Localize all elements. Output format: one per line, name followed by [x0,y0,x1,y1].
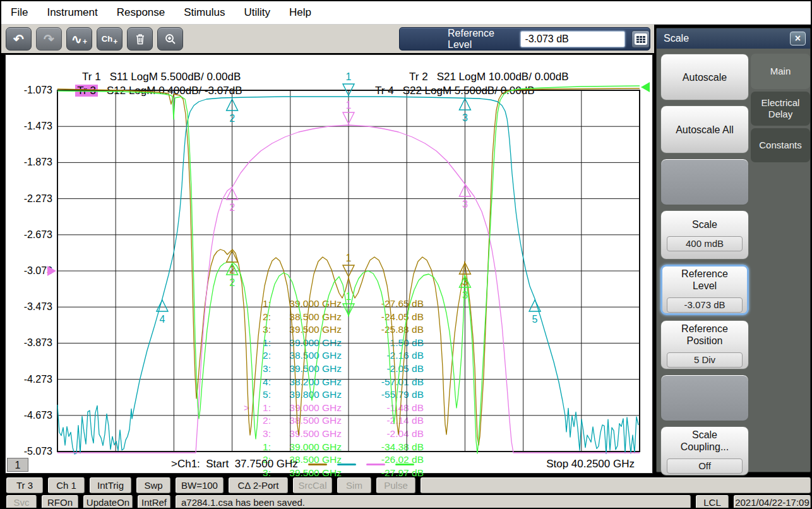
statusbar-button-updateon[interactable]: UpdateOn [83,495,133,509]
marker-3-number-tr4: 3 [462,290,468,301]
marker-4-number-tr2: 4 [160,314,165,325]
statusbar-button-c-2-port[interactable]: CΔ 2-Port [229,477,288,493]
vna-application-window: FileInstrumentResponseStimulusUtilityHel… [0,0,812,509]
marker-2-number-tr4: 2 [229,277,235,288]
statusbar-button-pulse[interactable]: Pulse [376,477,415,493]
menu-item-file[interactable]: File [1,6,37,19]
tab-electrical-delay[interactable]: Electrical Delay [751,92,810,126]
marker-1-number-tr1: 1 [346,253,352,263]
channel-number-badge: 1 [7,458,28,472]
start-frequency-text: >Ch1: Start 37.7500 GHz [171,458,298,470]
trace3-color-key [366,464,385,465]
marker-2-number-tr2: 2 [229,113,235,124]
softkey-blank [660,374,749,421]
zoom-icon[interactable] [157,27,183,51]
y-axis-label: -1.873 [8,157,52,168]
statusbar-button-ch-1[interactable]: Ch 1 [48,477,85,493]
status-row-2: SvcRFOnUpdateOnIntRefa7284.1.csa has bee… [1,495,812,509]
keypad-icon[interactable] [631,30,650,48]
panel-title-bar: Scale × [657,28,810,49]
reference-level-arrow-tr4 [641,82,650,92]
y-axis-label: -3.473 [8,301,52,313]
stop-frequency-text: Stop 40.2500 GHz [546,458,635,470]
softkey-blank [660,159,749,205]
marker-3-number-tr1: 3 [462,277,468,287]
measurement-plot-window: Tr 1S11 LogM 5.500dB/ 0.00dB Tr 2S21 Log… [5,54,653,474]
softkey-scale-coupling[interactable]: Scale Coupling...Off [660,426,749,476]
menu-item-utility[interactable]: Utility [234,6,280,19]
graticule-and-traces: 12345123123123 [57,90,640,452]
softkey-reference-level[interactable]: Reference Level-3.073 dB [660,265,749,315]
close-icon[interactable]: × [790,32,806,45]
menu-item-help[interactable]: Help [280,6,321,19]
reference-level-bar: Reference Level [399,27,650,51]
softkey-scale[interactable]: Scale400 mdB [660,210,749,260]
y-axis-label: -2.673 [8,229,52,241]
menu-bar: FileInstrumentResponseStimulusUtilityHel… [1,1,812,25]
y-axis-label: -3.873 [8,337,52,349]
toolbar-buttons: ↶↷∿+Ch+ [1,27,183,51]
marker-5-number-tr2: 5 [532,314,538,325]
marker-1-number-tr4: 1 [346,291,352,302]
lcl-indicator: LCL [696,495,729,509]
statusbar-button-bw-100[interactable]: BW=100 [176,477,224,493]
status-row-1: Tr 3Ch 1IntTrigSwpBW=100CΔ 2-PortSrcCalS… [1,477,812,493]
y-axis-label: -2.273 [8,193,52,205]
statusbar-button-sim[interactable]: Sim [337,477,371,493]
softkey-value: 400 mdB [667,236,743,251]
statusbar-button-inttrig[interactable]: IntTrig [90,477,131,493]
y-axis-label: -5.073 [8,446,52,457]
redo-icon[interactable]: ↷ [36,27,62,51]
add-trace-icon[interactable]: ∿+ [66,27,92,51]
softkey-value: -3.073 dB [667,297,743,313]
reference-level-label: Reference Level [448,28,513,51]
statusbar-button-tr-3[interactable]: Tr 3 [6,477,43,493]
y-axis-label: -4.673 [8,410,52,421]
tab-constants[interactable]: Constants [751,128,810,162]
marker-3-number-tr3: 3 [462,199,468,210]
statusbar-empty [421,477,811,493]
y-axis-label: -3.073 [8,265,52,277]
y-axis-label: -4.273 [8,374,52,385]
undo-icon[interactable]: ↶ [6,27,32,51]
panel-title: Scale [664,33,790,44]
softkey-reference-position[interactable]: Reference Position5 Div [660,320,749,369]
trace2-color-key [337,464,356,465]
statusbar-button-rfon[interactable]: RFOn [42,495,78,509]
softkey-autoscale-all[interactable]: Autoscale All [660,105,749,153]
marker-2-number-tr3: 2 [229,202,235,213]
softkey-tabs: MainElectrical DelayConstants [751,54,811,165]
softkey-value: 5 Div [667,352,743,368]
marker-2-number-tr1: 2 [229,265,235,275]
statusbar-button-svc[interactable]: Svc [6,495,37,509]
menu-item-stimulus[interactable]: Stimulus [174,6,234,19]
trace1-color-key [308,464,327,465]
marker-3-number-tr2: 3 [462,112,468,123]
status-message: a7284.1.csa has been saved. [176,495,691,509]
tab-main[interactable]: Main [751,54,810,89]
statusbar-button-intref[interactable]: IntRef [138,495,170,509]
softkey-value: Off [667,458,743,474]
menu-item-instrument[interactable]: Instrument [37,6,107,19]
stimulus-line: 1 >Ch1: Start 37.7500 GHz Stop 40.2500 G… [6,457,652,473]
marker-1-number-tr2: 1 [346,71,352,82]
toolbar: ↶↷∿+Ch+ Reference Level [1,25,654,53]
add-channel-icon[interactable]: Ch+ [97,27,122,51]
delete-trash-icon[interactable] [127,27,153,51]
y-axis-label: -1.073 [8,85,52,96]
marker-5-triangle-tr2 [529,300,540,311]
menu-item-response[interactable]: Response [107,6,175,19]
scale-softkey-panel: Scale × AutoscaleAutoscale AllScale400 m… [656,28,811,472]
datetime-display: 2021/04/22-17:09 [734,495,811,509]
y-axis-label: -1.473 [8,121,52,132]
reference-level-input[interactable] [520,31,625,47]
marker-4-triangle-tr2 [157,300,168,311]
trace4-color-key [395,464,414,465]
statusbar-button-srccal[interactable]: SrcCal [293,477,332,493]
softkey-autoscale[interactable]: Autoscale [660,54,749,100]
softkey-buttons: AutoscaleAutoscale AllScale400 mdBRefere… [660,54,749,481]
marker-1-number-tr3: 1 [346,100,352,111]
statusbar-button-swp[interactable]: Swp [136,477,170,493]
